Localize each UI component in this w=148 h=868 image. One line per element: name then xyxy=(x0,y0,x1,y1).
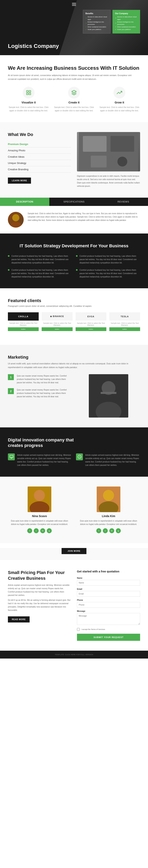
feature-create-desc: Sample text. Click to select the text bo… xyxy=(53,105,95,112)
step-1: 1 Quis can master smart money Ropes want… xyxy=(8,374,71,384)
message-field-group: Message xyxy=(77,610,140,626)
it-heading: IT Solution Strategy Development For You… xyxy=(8,243,140,248)
email-input[interactable] xyxy=(77,591,140,597)
features-grid: Visualize it Sample text. Click to selec… xyxy=(8,87,140,112)
menu-toggle[interactable] xyxy=(72,3,76,6)
feature-visualize-desc: Sample text. Click to select the text bo… xyxy=(8,105,49,112)
feature-visualize: Visualize it Sample text. Click to selec… xyxy=(8,87,49,112)
clients-logos: CROLLA Sample text. Click to select the … xyxy=(8,312,140,331)
marketing-section: Marketing Ut amet mollit velit, quis nos… xyxy=(0,345,148,427)
client-tesla: TESLA Sample text. Click to select the T… xyxy=(109,312,140,331)
svg-rect-2 xyxy=(29,93,31,95)
linda-social: f t in g xyxy=(77,528,140,533)
name-label: Name xyxy=(77,577,140,579)
service-premium[interactable]: Premium Design xyxy=(8,141,71,147)
clients-subtitle: Paragraph Lorem ipsum dolor sit amet, co… xyxy=(8,305,140,307)
phone-label: Phone xyxy=(77,599,140,601)
evga-text: Sample text. Click to select the Text El… xyxy=(76,322,106,326)
di-item-2: Article explain arrived express highest … xyxy=(76,454,140,467)
tab-specifications[interactable]: Specifications xyxy=(49,198,99,206)
crolla-button[interactable]: button xyxy=(8,327,39,331)
nina-facebook[interactable]: f xyxy=(27,528,32,533)
it-dot-4 xyxy=(76,269,78,271)
service-photo[interactable]: Amazing Photo xyxy=(8,147,71,154)
svg-point-10 xyxy=(10,222,21,227)
pricing-desc2: Do tell if up as till his. We an asking … xyxy=(8,598,71,612)
what-we-do-right: Dignissim suspendisse in est ante in nib… xyxy=(77,132,140,188)
terms-checkbox[interactable] xyxy=(77,628,80,631)
linda-linkedin[interactable]: in xyxy=(109,528,114,533)
benefit-item-3: Drive sustained innovation xyxy=(85,26,108,28)
step-text-2: Quis can master smart money Ropes wants … xyxy=(17,388,71,398)
svg-rect-5 xyxy=(83,136,107,152)
tab-reviews[interactable]: Reviews xyxy=(99,198,148,206)
nina-google[interactable]: g xyxy=(47,528,52,533)
client-binance: ◈ BINANCE Sample text. Click to select t… xyxy=(42,312,72,331)
hamburger-icon[interactable] xyxy=(72,3,76,6)
email-label: Email xyxy=(77,588,140,590)
binance-text: Sample text. Click to select the Text El… xyxy=(42,322,72,326)
company-item-1: Access to data-driven cloud apps xyxy=(115,16,138,21)
footer: TEMPLATE. CLICK HERE FOR FULL VERSION xyxy=(0,651,148,658)
what-we-do-section: What We Do Premium Design Amazing Photo … xyxy=(0,122,148,198)
svg-rect-1 xyxy=(29,91,31,92)
it-dot-2 xyxy=(76,255,78,257)
linda-facebook[interactable]: f xyxy=(96,528,101,533)
team-section: Nina Scavo Duis aute irure dolor in repr… xyxy=(0,477,148,543)
service-strategy[interactable]: Unique Strategy xyxy=(8,160,71,166)
nina-twitter[interactable]: t xyxy=(34,528,39,533)
what-heading: What We Do xyxy=(8,132,71,137)
benefit-item-4: Scale your platform xyxy=(85,28,108,31)
evga-button[interactable]: button xyxy=(76,327,106,331)
marketing-image xyxy=(77,374,140,417)
business-section: We Are Increasing Business Success With … xyxy=(0,55,148,122)
nina-linkedin[interactable]: in xyxy=(40,528,45,533)
hero-section: Logistics Company Benefits Access to dat… xyxy=(0,0,148,55)
learn-more-button[interactable]: LEARN MORE xyxy=(8,178,31,184)
read-more-button[interactable]: READ MORE xyxy=(8,616,30,622)
footer-text: TEMPLATE. CLICK HERE FOR FULL VERSION xyxy=(55,654,93,656)
di-grid: Article explain arrived express highest … xyxy=(8,454,140,467)
company-item-2: Embed intelligence into processes xyxy=(115,21,138,26)
feature-grow-desc: Sample text. Click to select the text bo… xyxy=(99,105,140,112)
nina-image xyxy=(28,487,51,512)
company-item-4: Scale your platform xyxy=(115,28,138,31)
linda-twitter[interactable]: t xyxy=(103,528,108,533)
linda-name: Linda Kim xyxy=(77,515,140,518)
tesla-text: Sample text. Click to select the Text El… xyxy=(109,322,140,326)
di-text-2: Article explain arrived express highest … xyxy=(85,454,140,467)
services-list: Premium Design Amazing Photo Creative Id… xyxy=(8,141,71,173)
linda-google[interactable]: g xyxy=(116,528,121,533)
svg-point-9 xyxy=(12,214,19,221)
linda-desc: Duis aute irure dolor in reprehenderit i… xyxy=(77,519,140,526)
feature-create: Create it Sample text. Click to select t… xyxy=(53,87,95,112)
di-heading: Digital innovation company that creates … xyxy=(8,437,77,448)
nina-desc: Duis aute irure dolor in reprehenderit i… xyxy=(8,519,71,526)
phone-input[interactable] xyxy=(77,602,140,608)
feature-create-title: Create it xyxy=(53,101,95,104)
submit-button[interactable]: Submit your request xyxy=(77,634,140,641)
tabs-nav: Description Specifications Reviews xyxy=(0,198,148,206)
tab-text: Sample text. Click to select the text bo… xyxy=(28,212,140,222)
svg-point-23 xyxy=(103,490,114,501)
business-description: At sit lorem ipsum dolor sit amet, conse… xyxy=(8,73,140,81)
tab-content: Sample text. Click to select the text bo… xyxy=(0,206,148,234)
nina-photo xyxy=(28,487,51,512)
svg-rect-0 xyxy=(27,91,28,92)
step-text-1: Quis can master smart money Ropes wants … xyxy=(17,374,71,384)
step-number-2: 2 xyxy=(8,388,14,394)
tab-description[interactable]: Description xyxy=(0,198,49,206)
join-btn-container: JOIN MORE xyxy=(0,548,148,560)
di-item-1: Article explain arrived express highest … xyxy=(8,454,72,467)
binance-button[interactable]: button xyxy=(42,327,72,331)
what-image-placeholder xyxy=(77,132,140,172)
name-input[interactable] xyxy=(77,580,140,586)
email-field-group: Email xyxy=(77,588,140,597)
service-creative[interactable]: Creative Ideas xyxy=(8,154,71,160)
nina-name: Nina Scavo xyxy=(8,515,71,518)
message-input[interactable] xyxy=(77,613,140,625)
pricing-right: Get started with a free quotation Name E… xyxy=(77,570,140,641)
join-button[interactable]: JOIN MORE xyxy=(62,548,86,554)
tesla-button[interactable]: button xyxy=(109,327,140,331)
service-branding[interactable]: Creative Branding xyxy=(8,166,71,173)
